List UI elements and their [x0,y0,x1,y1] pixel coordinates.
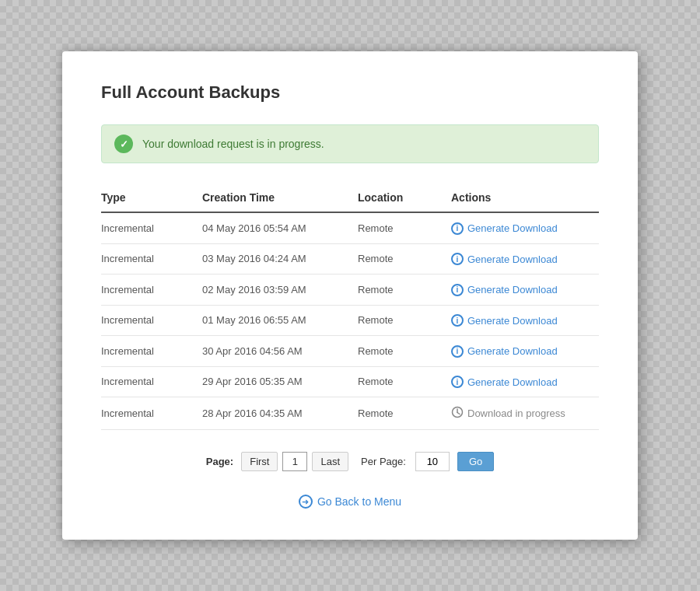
cell-type: Incremental [101,397,202,430]
table-row: Incremental30 Apr 2016 04:56 AMRemoteiGe… [101,336,599,367]
cell-creation-time: 02 May 2016 03:59 AM [202,275,358,306]
alert-check-icon [114,135,133,153]
cell-action: iGenerate Download [451,366,599,397]
info-icon: i [451,376,464,388]
per-page-label: Per Page: [361,456,406,467]
back-link-area: ➜ Go Back to Menu [101,495,599,509]
page-label: Page: [206,456,233,467]
download-progress-status: Download in progress [451,406,565,421]
cell-type: Incremental [101,366,202,397]
cell-location: Remote [358,397,451,430]
cell-location: Remote [358,275,451,306]
cell-type: Incremental [101,336,202,367]
generate-download-label: Generate Download [467,222,558,234]
table-row: Incremental01 May 2016 06:55 AMRemoteiGe… [101,305,599,336]
info-icon: i [451,253,464,265]
download-in-progress-label: Download in progress [467,407,565,419]
cell-creation-time: 30 Apr 2016 04:56 AM [202,336,358,367]
pagination: Page: First 1 Last Per Page: Go [101,452,599,471]
alert-message: Your download request is in progress. [142,138,324,150]
cell-type: Incremental [101,275,202,306]
cell-action: iGenerate Download [451,212,599,243]
cell-type: Incremental [101,243,202,275]
cell-creation-time: 29 Apr 2016 05:35 AM [202,366,358,397]
back-to-menu-link[interactable]: ➜ Go Back to Menu [299,495,401,509]
col-type: Type [101,185,202,212]
table-row: Incremental29 Apr 2016 05:35 AMRemoteiGe… [101,366,599,397]
per-page-input[interactable] [415,452,450,471]
cell-action: iGenerate Download [451,275,599,306]
generate-download-label: Generate Download [467,254,558,265]
cell-location: Remote [358,305,451,336]
back-link-label: Go Back to Menu [317,495,401,508]
table-row: Incremental02 May 2016 03:59 AMRemoteiGe… [101,275,599,306]
back-arrow-icon: ➜ [299,495,313,509]
generate-download-link[interactable]: iGenerate Download [451,222,558,235]
alert-banner: Your download request is in progress. [101,124,599,163]
col-actions: Actions [451,185,599,212]
generate-download-label: Generate Download [467,315,558,327]
cell-location: Remote [358,212,451,243]
cell-location: Remote [358,366,451,397]
table-row: Incremental03 May 2016 04:24 AMRemoteiGe… [101,243,599,275]
col-creation-time: Creation Time [202,185,358,212]
info-icon: i [451,314,464,327]
generate-download-label: Generate Download [467,345,558,357]
last-page-button[interactable]: Last [312,452,348,471]
table-row: Incremental04 May 2016 05:54 AMRemoteiGe… [101,212,599,243]
cell-location: Remote [358,243,451,275]
current-page: 1 [282,452,307,471]
info-icon: i [451,284,464,296]
table-row: Incremental28 Apr 2016 04:35 AMRemote Do… [101,397,599,430]
generate-download-link[interactable]: iGenerate Download [451,345,558,358]
cell-type: Incremental [101,212,202,243]
cell-creation-time: 04 May 2016 05:54 AM [202,212,358,243]
cell-action: iGenerate Download [451,305,599,336]
main-card: Full Account Backups Your download reque… [62,51,638,540]
cell-action: iGenerate Download [451,336,599,367]
backups-table: Type Creation Time Location Actions Incr… [101,185,599,430]
cell-creation-time: 28 Apr 2016 04:35 AM [202,397,358,430]
svg-line-2 [457,413,460,414]
cell-action: Download in progress [451,397,599,430]
cell-action: iGenerate Download [451,243,599,275]
cell-location: Remote [358,336,451,367]
generate-download-label: Generate Download [467,376,558,388]
col-location: Location [358,185,451,212]
info-icon: i [451,345,464,358]
generate-download-link[interactable]: iGenerate Download [451,253,558,265]
clock-icon [451,406,464,421]
cell-type: Incremental [101,305,202,336]
cell-creation-time: 01 May 2016 06:55 AM [202,305,358,336]
generate-download-link[interactable]: iGenerate Download [451,376,558,388]
generate-download-link[interactable]: iGenerate Download [451,284,558,296]
go-button[interactable]: Go [457,452,494,471]
generate-download-label: Generate Download [467,284,558,296]
info-icon: i [451,222,464,235]
generate-download-link[interactable]: iGenerate Download [451,314,558,327]
first-page-button[interactable]: First [241,452,278,471]
page-title: Full Account Backups [101,82,599,103]
cell-creation-time: 03 May 2016 04:24 AM [202,243,358,275]
